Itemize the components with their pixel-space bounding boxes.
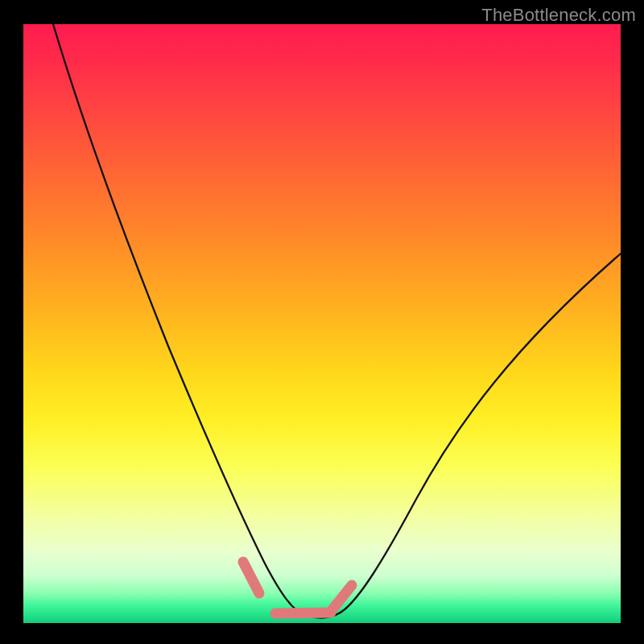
chart-frame: TheBottleneck.com [0, 0, 644, 644]
marker-left [243, 562, 259, 593]
marker-floor [275, 613, 331, 613]
watermark-text: TheBottleneck.com [481, 5, 636, 26]
plot-svg [23, 24, 621, 623]
bottleneck-curve [53, 24, 621, 618]
plot-area [23, 24, 621, 623]
